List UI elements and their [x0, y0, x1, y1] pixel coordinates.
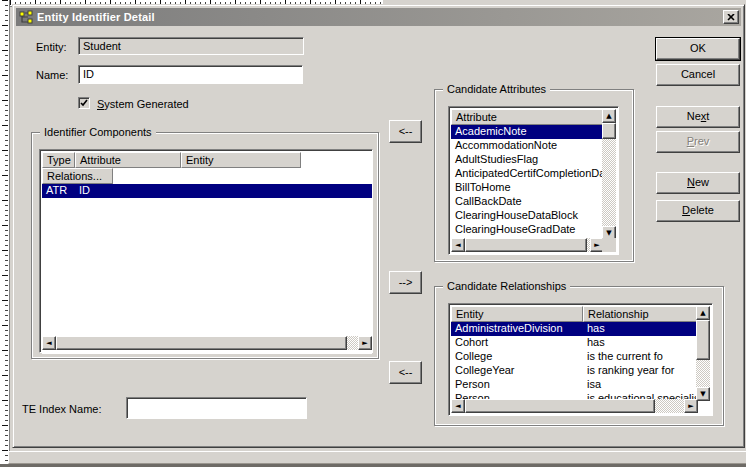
move-to-candidates-button[interactable]: -->	[389, 271, 422, 294]
candidate-relationships-header: EntityRelationship	[451, 306, 698, 322]
scroll-down-icon[interactable]: ▼	[696, 387, 710, 401]
cell: AdultStudiesFlag	[451, 153, 603, 167]
scroll-right-icon[interactable]: ►	[684, 399, 698, 413]
relationship-row[interactable]: Personisa	[451, 378, 698, 392]
cell	[181, 184, 301, 198]
candidate-attributes-list: Attribute AcademicNoteAccommodationNoteA…	[448, 106, 619, 255]
candidate-relationships-list: EntityRelationship AdministrativeDivisio…	[448, 303, 713, 416]
attribute-item[interactable]: ClearingHouseDataBlock	[451, 209, 604, 223]
name-label: Name:	[36, 69, 68, 81]
candidate-relationships-group-label: Candidate Relationships	[443, 281, 570, 292]
scroll-up-icon[interactable]: ▲	[696, 306, 710, 320]
candidate-relationships-hscrollbar: ◄ ►	[451, 399, 698, 413]
cell: ATR	[42, 184, 75, 198]
move-to-components-button-bottom[interactable]: <--	[389, 361, 422, 384]
cell: ClearingHouseDataBlock	[451, 209, 603, 223]
scroll-up-icon[interactable]: ▲	[602, 109, 616, 123]
cell: AcademicNote	[451, 125, 603, 139]
name-field[interactable]: ID	[78, 65, 303, 84]
cell: has	[583, 322, 697, 336]
column-header-entity[interactable]: Entity	[451, 306, 583, 322]
te-index-name-field[interactable]	[126, 397, 307, 419]
attribute-item[interactable]: ClearingHouseGradDate	[451, 223, 604, 237]
column-header-entity[interactable]: Entity	[181, 152, 301, 168]
close-icon[interactable]	[723, 10, 739, 24]
identifier-component-row[interactable]: ATRID	[42, 184, 372, 198]
cell: Cohort	[451, 336, 583, 350]
checkmark-icon	[79, 98, 89, 108]
attribute-item[interactable]: AccommodationNote	[451, 139, 604, 153]
scroll-left-icon[interactable]: ◄	[451, 399, 465, 413]
scroll-left-icon[interactable]: ◄	[451, 238, 465, 252]
entity-field[interactable]: Student	[78, 37, 304, 55]
hscroll-thumb[interactable]	[465, 238, 587, 252]
dialog-title: Entity Identifier Detail	[37, 11, 155, 23]
candidate-attributes-items: AcademicNoteAccommodationNoteAdultStudie…	[451, 125, 604, 238]
column-header-attribute[interactable]: Attribute	[75, 152, 181, 168]
relationship-row[interactable]: CollegeYearis ranking year for	[451, 364, 698, 378]
candidate-attributes-header: Attribute	[451, 109, 604, 125]
cell: AccommodationNote	[451, 139, 603, 153]
identifier-components-rows: ATRID	[42, 184, 372, 354]
candidate-attributes-vscrollbar: ▲ ▼	[602, 109, 616, 240]
cancel-button[interactable]: Cancel	[656, 64, 740, 86]
cell: is ranking year for	[583, 364, 697, 378]
new-button[interactable]: New	[656, 172, 740, 194]
identifier-components-group: Identifier Components TypeAttributeEntit…	[31, 132, 379, 359]
system-generated-label: System Generated	[97, 98, 189, 110]
system-generated-checkbox[interactable]	[78, 97, 90, 109]
scroll-left-icon[interactable]: ◄	[42, 336, 56, 350]
cell: CallBackDate	[451, 195, 603, 209]
relationship-row[interactable]: Cohorthas	[451, 336, 698, 350]
ok-button[interactable]: OK	[656, 38, 740, 60]
entity-diagram-icon	[18, 9, 34, 25]
hscroll-track[interactable]	[347, 336, 358, 350]
scrollbar-corner	[602, 238, 616, 252]
column-header-attribute[interactable]: Attribute	[451, 109, 604, 125]
candidate-attributes-group: Candidate Attributes Attribute AcademicN…	[434, 89, 634, 262]
vscroll-thumb[interactable]	[696, 320, 710, 360]
hscroll-track[interactable]	[655, 399, 684, 413]
column-header-type[interactable]: Type	[42, 152, 75, 168]
vscroll-track[interactable]	[696, 360, 710, 387]
attribute-item[interactable]: AdultStudiesFlag	[451, 153, 604, 167]
vscroll-track[interactable]	[602, 139, 616, 226]
move-to-components-button-top[interactable]: <--	[389, 120, 422, 143]
scroll-right-icon[interactable]: ►	[358, 336, 372, 350]
attribute-item[interactable]: BillToHome	[451, 181, 604, 195]
column-header-relationship[interactable]: Relationship	[583, 306, 698, 322]
attribute-item[interactable]: AnticipatedCertifCompletionDate	[451, 167, 604, 181]
cell: College	[451, 350, 583, 364]
cell: Person	[451, 392, 583, 399]
entity-label: Entity:	[36, 41, 67, 53]
relationship-row[interactable]: AdministrativeDivisionhas	[451, 322, 698, 336]
screen: Entity Identifier Detail Entity: Student…	[0, 0, 746, 467]
cell: AdministrativeDivision	[451, 322, 583, 336]
candidate-relationships-items: AdministrativeDivisionhasCohorthasColleg…	[451, 322, 698, 399]
identifier-components-list: TypeAttributeEntityRelations... ATRID ◄ …	[39, 149, 373, 353]
title-bar[interactable]: Entity Identifier Detail	[16, 8, 741, 26]
identifier-components-header: TypeAttributeEntityRelations...	[42, 152, 370, 184]
cell: has	[583, 336, 697, 350]
relationship-row[interactable]: Collegeis the current fo	[451, 350, 698, 364]
cell: AnticipatedCertifCompletionDate	[451, 167, 603, 181]
candidate-relationships-group: Candidate Relationships EntityRelationsh…	[434, 286, 724, 426]
hscroll-thumb[interactable]	[56, 336, 347, 350]
next-button[interactable]: Next	[656, 106, 740, 128]
attribute-item[interactable]: AcademicNote	[451, 125, 604, 139]
vscroll-thumb[interactable]	[602, 123, 616, 139]
cell	[301, 184, 369, 198]
identifier-components-hscrollbar: ◄ ►	[42, 336, 372, 350]
cell: isa	[583, 378, 697, 392]
relationship-row[interactable]: Personis educational specialist	[451, 392, 698, 399]
attribute-item[interactable]: CallBackDate	[451, 195, 604, 209]
prev-button[interactable]: Prev	[656, 131, 740, 153]
identifier-components-group-label: Identifier Components	[40, 127, 156, 138]
cell: BillToHome	[451, 181, 603, 195]
hscroll-thumb[interactable]	[465, 399, 655, 413]
cell: ID	[75, 184, 181, 198]
te-index-name-label: TE Index Name:	[22, 403, 101, 415]
delete-button[interactable]: Delete	[656, 200, 740, 222]
entity-identifier-detail-dialog: Entity Identifier Detail Entity: Student…	[12, 4, 745, 448]
column-header-relationship[interactable]: Relations...	[42, 168, 113, 184]
